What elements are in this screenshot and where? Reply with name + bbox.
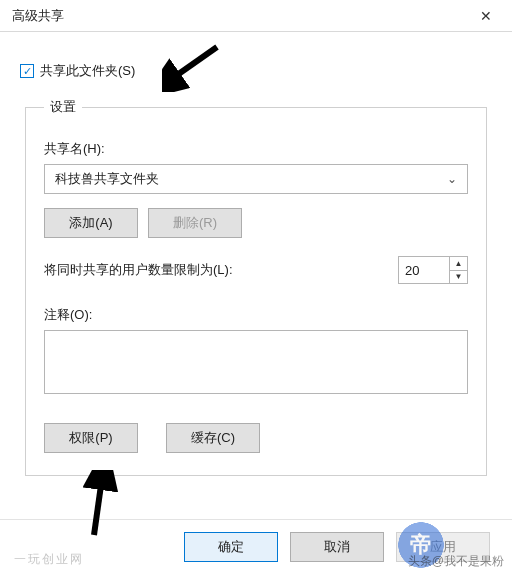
share-folder-row: ✓ 共享此文件夹(S): [20, 62, 492, 80]
window-close-button[interactable]: ✕: [466, 2, 506, 30]
comment-label: 注释(O):: [44, 306, 468, 324]
spinner-up-icon[interactable]: ▲: [450, 257, 467, 270]
share-name-buttons: 添加(A) 删除(R): [44, 208, 468, 238]
chevron-down-icon: ⌄: [447, 172, 457, 186]
remove-button: 删除(R): [148, 208, 242, 238]
add-button[interactable]: 添加(A): [44, 208, 138, 238]
share-name-value: 科技兽共享文件夹: [55, 170, 159, 188]
user-limit-row: 将同时共享的用户数量限制为(L): 20 ▲ ▼: [44, 256, 468, 284]
cancel-button[interactable]: 取消: [290, 532, 384, 562]
comment-textarea[interactable]: [44, 330, 468, 394]
user-limit-label: 将同时共享的用户数量限制为(L):: [44, 261, 233, 279]
watermark-left: 一玩创业网: [14, 551, 84, 568]
share-folder-label: 共享此文件夹(S): [40, 62, 135, 80]
dialog-body: ✓ 共享此文件夹(S) 设置 共享名(H): 科技兽共享文件夹 ⌄ 添加(A) …: [0, 32, 512, 476]
ok-button[interactable]: 确定: [184, 532, 278, 562]
share-folder-checkbox[interactable]: ✓: [20, 64, 34, 78]
share-name-combo[interactable]: 科技兽共享文件夹 ⌄: [44, 164, 468, 194]
checkmark-icon: ✓: [23, 66, 32, 77]
spinner-down-icon[interactable]: ▼: [450, 270, 467, 284]
permission-row: 权限(P) 缓存(C): [44, 423, 468, 453]
settings-legend: 设置: [44, 98, 82, 116]
titlebar: 高级共享 ✕: [0, 0, 512, 32]
user-limit-value: 20: [399, 257, 449, 283]
permissions-button[interactable]: 权限(P): [44, 423, 138, 453]
user-limit-spinner[interactable]: 20 ▲ ▼: [398, 256, 468, 284]
watermark-right: 头条@我不是果粉: [408, 553, 504, 570]
window-title: 高级共享: [12, 7, 64, 25]
spinner-arrows: ▲ ▼: [449, 257, 467, 283]
cache-button[interactable]: 缓存(C): [166, 423, 260, 453]
share-name-label: 共享名(H):: [44, 140, 468, 158]
settings-group: 设置 共享名(H): 科技兽共享文件夹 ⌄ 添加(A) 删除(R) 将同时共享的…: [25, 98, 487, 476]
close-icon: ✕: [480, 8, 492, 24]
